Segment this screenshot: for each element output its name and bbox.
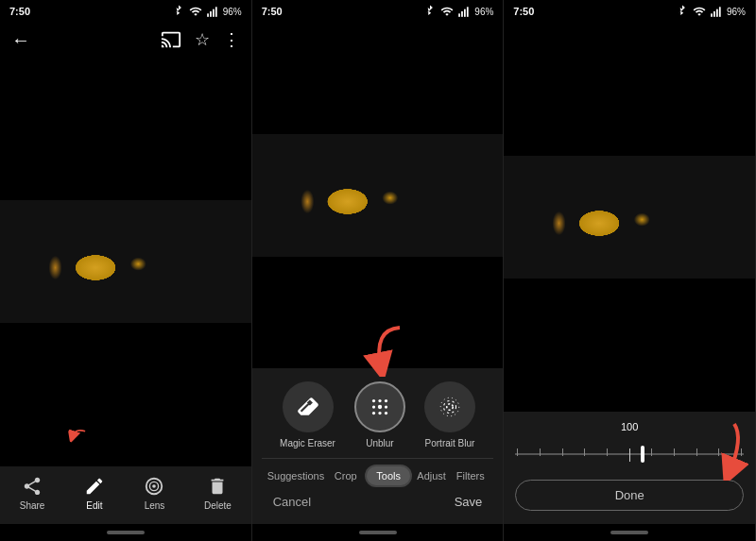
- svg-point-15: [378, 405, 382, 409]
- svg-rect-24: [713, 11, 715, 17]
- home-indicator-1: [0, 524, 251, 541]
- svg-point-21: [443, 401, 455, 414]
- magic-eraser-circle: [283, 381, 334, 432]
- battery-text-2: 96%: [474, 7, 493, 17]
- wifi-icon: [189, 5, 202, 18]
- svg-point-11: [372, 399, 375, 402]
- portrait-blur-icon: [438, 395, 462, 419]
- tick: [741, 448, 742, 456]
- tool-item-unblur[interactable]: Unblur: [354, 381, 405, 448]
- tab-crop[interactable]: Crop: [326, 465, 365, 487]
- status-bar-3: 7:50 96%: [504, 0, 755, 23]
- wifi-icon-2: [440, 5, 454, 18]
- tick: [674, 448, 675, 456]
- status-bar-2: 7:50 96%: [252, 0, 504, 23]
- toolbar-items-1: Share Edit: [0, 476, 251, 511]
- toolbar-item-delete[interactable]: Delete: [204, 476, 232, 511]
- tick: [584, 448, 585, 456]
- svg-rect-10: [467, 7, 469, 16]
- slider-thumb[interactable]: [641, 446, 644, 463]
- delete-label: Delete: [204, 500, 232, 511]
- toolbar-item-edit[interactable]: Edit: [84, 476, 105, 511]
- svg-point-18: [378, 412, 381, 414]
- status-icons-1: 96%: [172, 5, 242, 18]
- status-time-2: 7:50: [262, 6, 283, 17]
- eraser-icon: [296, 395, 320, 419]
- tick: [651, 448, 652, 456]
- share-label: Share: [20, 500, 45, 511]
- slider-value-label: 100: [621, 421, 638, 432]
- status-time-1: 7:50: [9, 6, 30, 17]
- edit-label: Edit: [86, 500, 102, 511]
- share-icon: [22, 476, 43, 497]
- delete-icon: [207, 476, 228, 497]
- lens-label: Lens: [145, 500, 165, 511]
- bottom-toolbar-1: Share Edit: [0, 466, 251, 524]
- bluetooth-icon-2: [423, 5, 437, 18]
- toolbar-item-lens[interactable]: Lens: [144, 476, 164, 511]
- panel-2: 7:50 96% Magic Eraser: [252, 0, 505, 541]
- star-icon[interactable]: ☆: [195, 29, 210, 50]
- battery-text-3: 96%: [727, 7, 746, 17]
- unblur-icon: [368, 395, 392, 419]
- signal-icon-2: [457, 5, 471, 18]
- magic-eraser-label: Magic Eraser: [280, 438, 335, 448]
- battery-text-1: 96%: [223, 7, 242, 17]
- svg-rect-0: [207, 13, 209, 16]
- tool-item-portrait-blur[interactable]: Portrait Blur: [424, 381, 475, 448]
- cancel-button[interactable]: Cancel: [273, 495, 311, 509]
- portrait-blur-label: Portrait Blur: [425, 438, 475, 448]
- svg-rect-2: [213, 9, 215, 17]
- status-time-3: 7:50: [513, 6, 534, 17]
- image-area-3: [504, 23, 755, 412]
- arrow-unblur: [354, 320, 411, 380]
- fish-tank-image-3: [504, 156, 755, 279]
- image-area-2: [252, 23, 504, 368]
- tab-filters[interactable]: Filters: [451, 465, 490, 487]
- slider-ticks: [515, 448, 744, 462]
- home-indicator-3: [504, 524, 755, 541]
- tick: [607, 448, 608, 456]
- lens-icon: [144, 476, 164, 497]
- svg-point-13: [385, 399, 387, 402]
- tick: [540, 448, 541, 456]
- svg-point-20: [447, 404, 454, 411]
- svg-rect-25: [716, 9, 718, 17]
- cast-icon[interactable]: [161, 29, 181, 50]
- adjust-area: 100: [504, 412, 755, 524]
- tools-area: Magic Eraser: [252, 368, 504, 524]
- bluetooth-icon-3: [676, 5, 689, 18]
- edit-icon: [84, 476, 105, 497]
- done-button[interactable]: Done: [515, 480, 744, 511]
- wifi-icon-3: [693, 5, 706, 18]
- back-button-1[interactable]: ←: [11, 29, 30, 51]
- tick: [517, 448, 518, 456]
- tab-tools[interactable]: Tools: [365, 465, 412, 487]
- svg-point-12: [378, 399, 381, 402]
- unblur-circle: [354, 381, 405, 432]
- status-icons-3: 96%: [676, 5, 746, 18]
- status-bar-1: 7:50 96%: [0, 0, 251, 23]
- home-bar-3: [610, 531, 648, 534]
- tool-item-magic-eraser[interactable]: Magic Eraser: [280, 381, 335, 448]
- svg-rect-1: [210, 11, 212, 17]
- tick: [718, 448, 719, 456]
- panel-1: 7:50 96% ← ☆ ⋮ Share: [0, 0, 252, 541]
- slider-track: [515, 453, 744, 455]
- tab-suggestions[interactable]: Suggestions: [266, 465, 327, 487]
- svg-point-6: [153, 484, 157, 488]
- edit-tabs: Suggestions Crop Tools Adjust Filters: [262, 458, 494, 487]
- more-icon[interactable]: ⋮: [223, 29, 240, 50]
- tab-adjust[interactable]: Adjust: [412, 465, 451, 487]
- unblur-label: Unblur: [366, 438, 393, 448]
- save-button[interactable]: Save: [455, 495, 483, 509]
- signal-icon-3: [710, 5, 723, 18]
- tick: [696, 448, 697, 456]
- panel-3: 7:50 96% 100: [504, 0, 756, 541]
- bluetooth-icon: [172, 5, 185, 18]
- svg-rect-26: [719, 7, 721, 16]
- status-icons-2: 96%: [423, 5, 493, 18]
- toolbar-item-share[interactable]: Share: [20, 476, 45, 511]
- top-bar-action-icons-1: ☆ ⋮: [161, 29, 240, 50]
- slider-container[interactable]: [515, 440, 744, 468]
